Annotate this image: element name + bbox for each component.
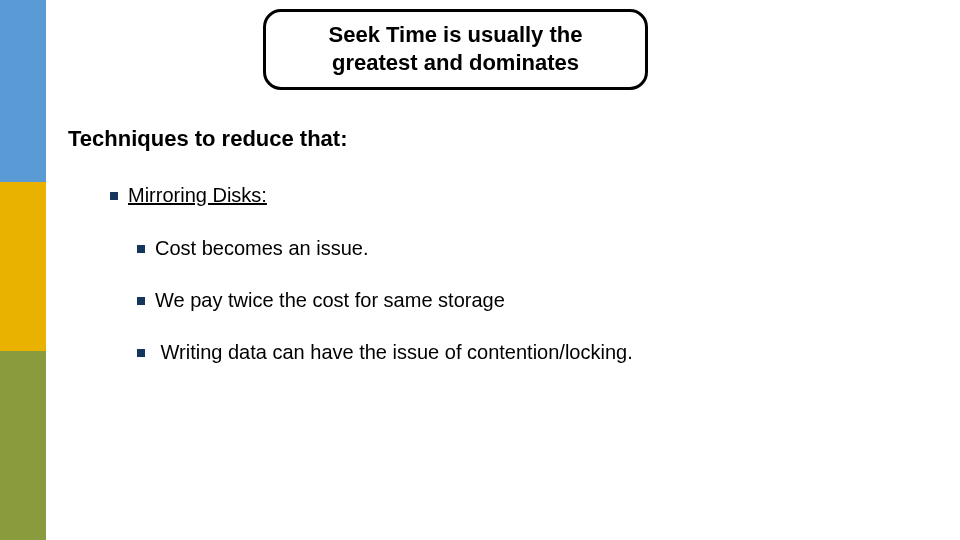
slide: Seek Time is usually the greatest and do… — [0, 0, 960, 540]
section-title: Techniques to reduce that: — [68, 126, 348, 152]
sidebar-strip-blue — [0, 0, 46, 182]
square-bullet-icon — [137, 297, 145, 305]
bullet-sub1: Cost becomes an issue. — [137, 237, 368, 260]
bullet-sub1-text: Cost becomes an issue. — [155, 237, 368, 259]
sidebar-strip-gold — [0, 182, 46, 351]
square-bullet-icon — [137, 349, 145, 357]
bullet-sub3-text: Writing data can have the issue of conte… — [155, 341, 633, 363]
bullet-level1: Mirroring Disks: — [110, 184, 267, 207]
bullet-sub2-text: We pay twice the cost for same storage — [155, 289, 505, 311]
square-bullet-icon — [110, 192, 118, 200]
sidebar-strip-olive — [0, 351, 46, 540]
bullet-sub3: Writing data can have the issue of conte… — [137, 341, 633, 364]
bullet-sub2: We pay twice the cost for same storage — [137, 289, 505, 312]
bullet-level1-text: Mirroring Disks: — [128, 184, 267, 206]
callout-line1: Seek Time is usually the — [329, 22, 583, 47]
callout-box: Seek Time is usually the greatest and do… — [263, 9, 648, 90]
callout-line2: greatest and dominates — [332, 50, 579, 75]
square-bullet-icon — [137, 245, 145, 253]
